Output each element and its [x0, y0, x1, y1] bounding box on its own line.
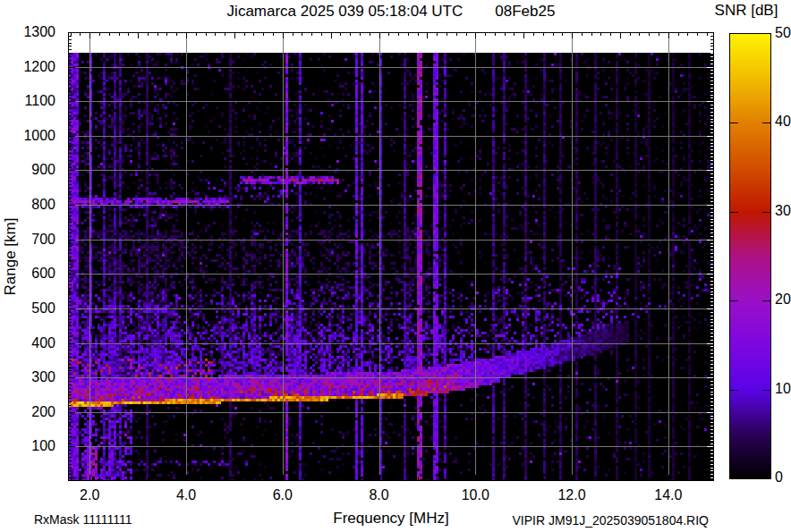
- y-tick-label: 400: [7, 335, 55, 351]
- title-date: 08Feb25: [495, 3, 555, 20]
- y-tick-label: 500: [7, 300, 55, 317]
- y-tick-label: 1300: [7, 24, 55, 40]
- y-tick-label: 1000: [7, 128, 55, 144]
- y-tick-label: 900: [7, 162, 55, 178]
- x-tick-label: 12.0: [545, 487, 599, 503]
- colorbar-tick-label: 40: [775, 114, 791, 130]
- x-tick-label: 14.0: [642, 487, 695, 503]
- x-tick-label: 2.0: [63, 487, 116, 503]
- y-tick-label: 300: [7, 369, 55, 385]
- y-tick-label: 700: [7, 232, 55, 248]
- y-axis-label: Range [km]: [2, 218, 20, 296]
- colorbar-tick-label: 0: [775, 469, 791, 486]
- y-tick-label: 1100: [7, 93, 55, 109]
- colorbar-title: SNR [dB]: [705, 2, 787, 20]
- x-tick-label: 10.0: [448, 487, 502, 503]
- y-tick-label: 600: [7, 266, 55, 282]
- x-tick-label: 8.0: [353, 487, 406, 503]
- ionogram-page: { "header": { "title": "Jicamarca 2025 0…: [0, 0, 791, 532]
- x-tick-label: 4.0: [159, 487, 213, 503]
- colorbar-tick-label: 50: [775, 25, 791, 41]
- colorbar-tick-label: 10: [775, 381, 791, 397]
- y-tick-label: 100: [7, 438, 55, 454]
- file-id-text: VIPIR JM91J_2025039051804.RIQ: [0, 513, 709, 528]
- y-tick-label: 800: [7, 197, 55, 213]
- x-tick-label: 6.0: [256, 487, 310, 503]
- y-tick-label: 1200: [7, 59, 55, 75]
- title-text: Jicamarca 2025 039 05:18:04 UTC: [227, 3, 464, 20]
- ionogram-heatmap: [68, 32, 714, 481]
- y-tick-label: 200: [7, 404, 55, 420]
- colorbar-tick-label: 20: [775, 291, 791, 308]
- page-title: Jicamarca 2025 039 05:18:04 UTC08Feb25: [68, 3, 714, 21]
- colorbar-tick-label: 30: [775, 203, 791, 219]
- colorbar: [729, 33, 771, 479]
